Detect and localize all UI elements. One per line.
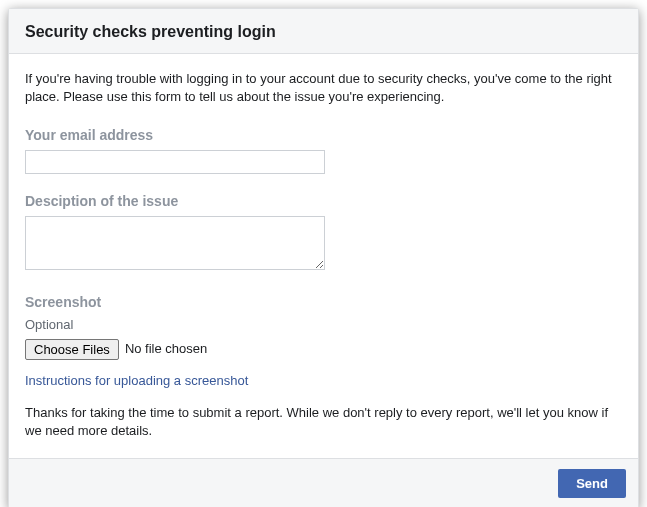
card-footer: Send: [9, 458, 638, 507]
email-field[interactable]: [25, 150, 325, 174]
email-label: Your email address: [25, 126, 622, 146]
screenshot-label: Screenshot: [25, 293, 622, 313]
file-input-row: Choose Files No file chosen: [25, 339, 622, 360]
send-button[interactable]: Send: [558, 469, 626, 498]
card-header: Security checks preventing login: [9, 9, 638, 54]
page-title: Security checks preventing login: [25, 23, 622, 41]
file-status-text: No file chosen: [125, 340, 207, 358]
card-body: If you're having trouble with logging in…: [9, 54, 638, 458]
thanks-text: Thanks for taking the time to submit a r…: [25, 404, 622, 440]
description-label: Desciption of the issue: [25, 192, 622, 212]
optional-label: Optional: [25, 316, 622, 334]
intro-text: If you're having trouble with logging in…: [25, 70, 622, 106]
description-field[interactable]: [25, 216, 325, 270]
choose-files-button[interactable]: Choose Files: [25, 339, 119, 360]
form-card: Security checks preventing login If you'…: [8, 8, 639, 507]
instructions-link[interactable]: Instructions for uploading a screenshot: [25, 372, 248, 390]
